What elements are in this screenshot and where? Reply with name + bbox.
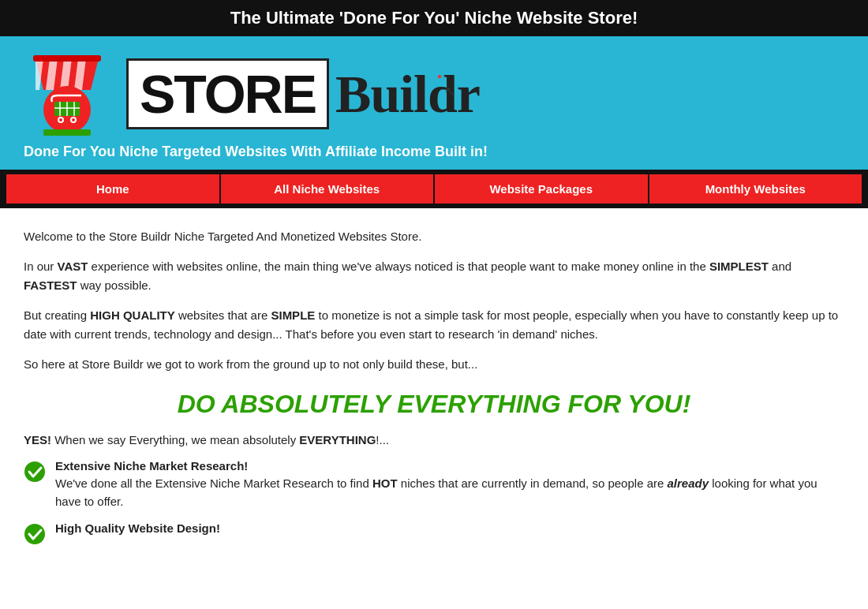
header-tagline: Done For You Niche Targeted Websites Wit… bbox=[24, 137, 844, 170]
checklist-item-1-content: Extensive Niche Market Research! We've d… bbox=[55, 459, 844, 510]
nav-packages[interactable]: Website Packages bbox=[435, 174, 648, 204]
cursor-icon: ↖ bbox=[444, 83, 456, 100]
svg-point-17 bbox=[24, 461, 45, 482]
checkmark-icon-1 bbox=[24, 461, 46, 483]
checkmark-icon-2 bbox=[24, 523, 46, 545]
svg-point-15 bbox=[72, 118, 75, 121]
intro-paragraph-2: In our VAST experience with websites onl… bbox=[24, 257, 844, 295]
svg-point-14 bbox=[59, 118, 62, 121]
yes-line: YES! When we say Everything, we mean abs… bbox=[24, 433, 844, 446]
checklist-item-2: High Quality Website Design! bbox=[24, 521, 844, 545]
checklist-item-1-body: We've done all the Extensive Niche Marke… bbox=[55, 475, 844, 510]
intro-paragraph-3: But creating HIGH QUALITY websites that … bbox=[24, 306, 844, 344]
store-buildr-logo: STORE Buildr ● ↖ bbox=[126, 58, 480, 129]
header-banner: STORE Buildr ● ↖ Done For You Niche Targ… bbox=[0, 36, 868, 170]
logo-icon bbox=[24, 50, 110, 137]
cta-big-text: DO ABSOLUTELY EVERYTHING FOR YOU! bbox=[24, 390, 844, 419]
top-bar: The Ultimate 'Done For You' Niche Websit… bbox=[0, 0, 868, 36]
svg-point-18 bbox=[24, 524, 45, 544]
nav-bar: Home All Niche Websites Website Packages… bbox=[0, 170, 868, 208]
main-content: Welcome to the Store Buildr Niche Target… bbox=[0, 208, 868, 580]
intro-paragraph-4: So here at Store Buildr we got to work f… bbox=[24, 355, 844, 374]
checklist-item-1: Extensive Niche Market Research! We've d… bbox=[24, 459, 844, 510]
intro-paragraph-1: Welcome to the Store Buildr Niche Target… bbox=[24, 227, 844, 246]
nav-home[interactable]: Home bbox=[6, 174, 219, 204]
store-box: STORE bbox=[126, 58, 329, 129]
checklist-item-2-title: High Quality Website Design! bbox=[55, 521, 220, 535]
checklist-item-2-content: High Quality Website Design! bbox=[55, 521, 220, 537]
checklist-item-1-title: Extensive Niche Market Research! bbox=[55, 459, 844, 473]
nav-all-niche[interactable]: All Niche Websites bbox=[221, 174, 434, 204]
buildr-text: Buildr bbox=[329, 64, 480, 124]
svg-rect-5 bbox=[33, 55, 101, 62]
svg-rect-16 bbox=[43, 129, 91, 136]
header-top-row: STORE Buildr ● ↖ bbox=[24, 50, 844, 137]
nav-monthly[interactable]: Monthly Websites bbox=[649, 174, 862, 204]
top-bar-text: The Ultimate 'Done For You' Niche Websit… bbox=[230, 8, 638, 28]
store-text: STORE bbox=[140, 64, 316, 124]
cursor-dot: ● bbox=[437, 72, 442, 80]
buildr-wrapper: Buildr ● ↖ bbox=[329, 67, 480, 121]
